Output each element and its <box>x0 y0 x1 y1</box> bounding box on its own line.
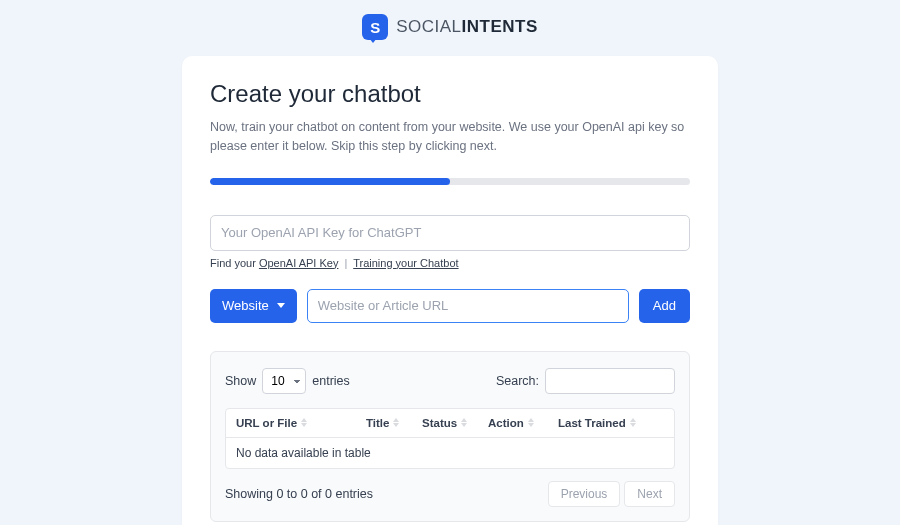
table-empty-row: No data available in table <box>226 438 674 468</box>
training-data-table: URL or File Title Status Action Last Tra… <box>225 408 675 469</box>
source-type-dropdown[interactable]: Website <box>210 289 297 323</box>
table-search-input[interactable] <box>545 368 675 394</box>
table-info: Showing 0 to 0 of 0 entries <box>225 487 373 501</box>
progress-bar <box>210 178 690 185</box>
openai-api-key-input[interactable] <box>210 215 690 251</box>
sort-icon <box>301 418 307 427</box>
api-help-text: Find your OpenAI API Key | Training your… <box>210 257 690 269</box>
col-action[interactable]: Action <box>488 417 558 429</box>
entries-select[interactable]: 10 <box>262 368 306 394</box>
sort-icon <box>393 418 399 427</box>
table-controls: Show 10 entries Search: <box>225 368 675 394</box>
pagination: Previous Next <box>548 481 675 507</box>
sort-icon <box>630 418 636 427</box>
progress-fill <box>210 178 450 185</box>
openai-key-link[interactable]: OpenAI API Key <box>259 257 339 269</box>
page-title: Create your chatbot <box>210 80 690 108</box>
sort-icon <box>528 418 534 427</box>
page-subtitle: Now, train your chatbot on content from … <box>210 118 690 156</box>
brand-name: SOCIALINTENTS <box>396 17 538 37</box>
sort-icon <box>461 418 467 427</box>
chevron-down-icon <box>277 303 285 308</box>
search-control: Search: <box>496 368 675 394</box>
col-status[interactable]: Status <box>422 417 488 429</box>
brand-logo-icon: S <box>362 14 388 40</box>
main-card: Create your chatbot Now, train your chat… <box>182 56 718 525</box>
entries-control: Show 10 entries <box>225 368 350 394</box>
brand-header: S SOCIALINTENTS <box>0 0 900 56</box>
col-last-trained[interactable]: Last Trained <box>558 417 664 429</box>
source-row: Website Add <box>210 289 690 323</box>
col-url[interactable]: URL or File <box>236 417 366 429</box>
col-title[interactable]: Title <box>366 417 422 429</box>
add-source-button[interactable]: Add <box>639 289 690 323</box>
table-header-row: URL or File Title Status Action Last Tra… <box>226 409 674 438</box>
table-footer: Showing 0 to 0 of 0 entries Previous Nex… <box>225 481 675 507</box>
brand-logo-letter: S <box>370 19 380 36</box>
prev-page-button[interactable]: Previous <box>548 481 621 507</box>
training-chatbot-link[interactable]: Training your Chatbot <box>353 257 458 269</box>
training-table-panel: Show 10 entries Search: URL or File Titl… <box>210 351 690 522</box>
source-url-input[interactable] <box>307 289 629 323</box>
next-page-button[interactable]: Next <box>624 481 675 507</box>
